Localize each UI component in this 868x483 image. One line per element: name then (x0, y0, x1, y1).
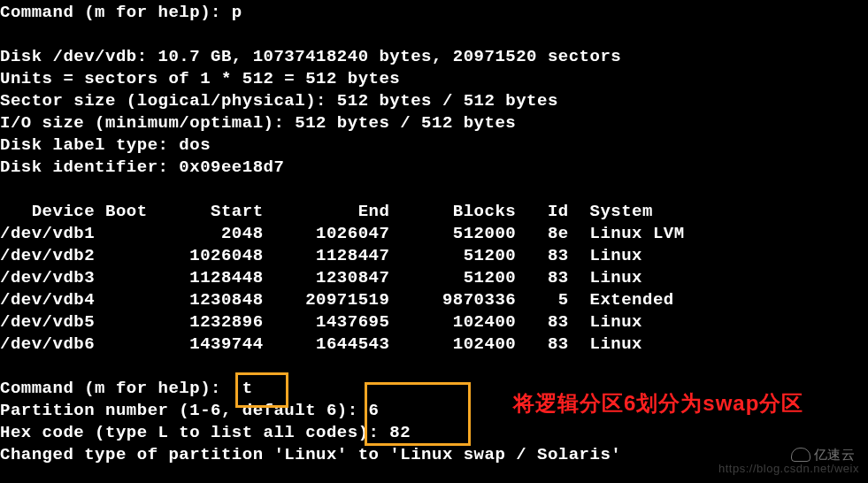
disk-io-size: I/O size (minimum/optimal): 512 bytes / … (0, 113, 516, 133)
partition-table-header: Device Boot Start End Blocks Id System (0, 202, 653, 221)
disk-identifier: Disk identifier: 0x09ee18d7 (0, 157, 284, 177)
partition-number-prompt[interactable]: Partition number (1-6, default 6): 6 (0, 401, 379, 420)
changed-type-result: Changed type of partition 'Linux' to 'Li… (0, 445, 621, 464)
partition-row: /dev/vdb2 1026048 1128447 51200 83 Linux (0, 246, 642, 265)
partition-row: /dev/vdb6 1439744 1644543 102400 83 Linu… (0, 334, 642, 354)
annotation-text: 将逻辑分区6划分为swap分区 (513, 389, 867, 418)
partition-row: /dev/vdb4 1230848 20971519 9870336 5 Ext… (0, 290, 674, 310)
partition-row: /dev/vdb3 1128448 1230847 51200 83 Linux (0, 268, 642, 288)
highlight-box-command-t (235, 372, 288, 408)
hex-code-prompt[interactable]: Hex code (type L to list all codes): 82 (0, 423, 411, 442)
url-watermark: https://blog.csdn.net/weix (718, 457, 859, 479)
disk-info: Disk /dev/vdb: 10.7 GB, 10737418240 byte… (0, 47, 621, 66)
disk-units: Units = sectors of 1 * 512 = 512 bytes (0, 69, 400, 88)
command-prompt-p: Command (m for help): p (0, 3, 242, 22)
partition-row: /dev/vdb5 1232896 1437695 102400 83 Linu… (0, 312, 642, 332)
highlight-box-inputs (365, 382, 471, 446)
partition-row: /dev/vdb1 2048 1026047 512000 8e Linux L… (0, 224, 685, 243)
disk-label-type: Disk label type: dos (0, 135, 211, 155)
disk-sector-size: Sector size (logical/physical): 512 byte… (0, 91, 558, 111)
command-prompt-t[interactable]: Command (m for help): t (0, 379, 253, 398)
